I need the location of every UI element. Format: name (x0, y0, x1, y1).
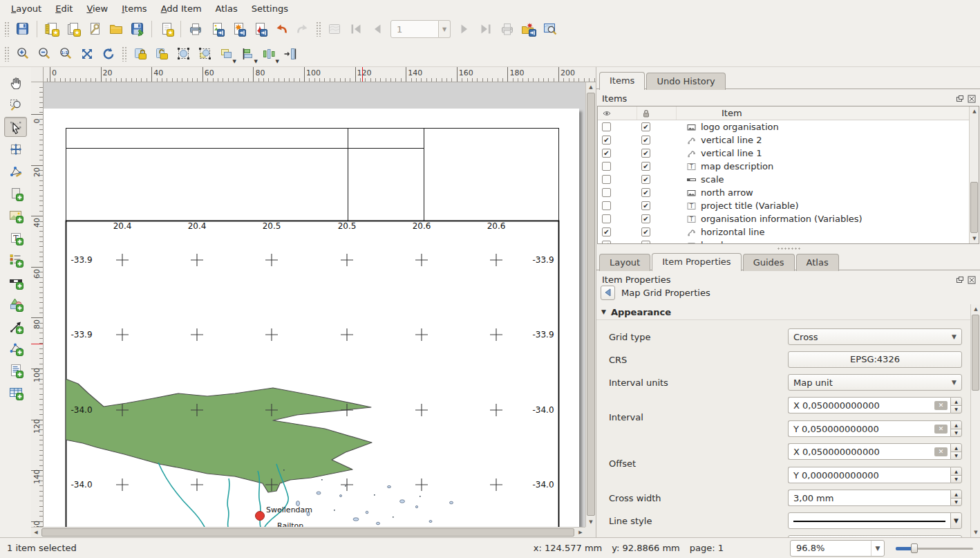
close-panel-icon[interactable] (967, 94, 977, 104)
resize-items-button[interactable] (279, 44, 301, 64)
atlas-page-spinbox[interactable]: 1 (390, 20, 439, 38)
slider-handle[interactable] (911, 543, 918, 553)
chevron-down-icon[interactable]: ▼ (439, 20, 451, 38)
add-picture-tool-button[interactable] (4, 205, 27, 225)
lock-checkbox[interactable]: ✔ (641, 175, 650, 184)
scroll-left-icon[interactable]: ◀ (31, 528, 41, 537)
offset-y-spinbox[interactable]: Y 0,000000000000 ▲▼ (788, 467, 962, 483)
visibility-checkbox[interactable] (602, 214, 611, 223)
edit-nodes-tool-button[interactable] (4, 161, 27, 181)
save-project-button[interactable] (12, 19, 33, 39)
export-svg-button[interactable] (227, 19, 249, 39)
layout-manager-button[interactable] (84, 19, 105, 39)
item-row-map-description[interactable]: ✔Tmap description (598, 160, 979, 173)
add-scalebar-tool-button[interactable] (4, 272, 27, 292)
visibility-checkbox[interactable] (602, 175, 611, 184)
item-row-north-arrow[interactable]: ✔north arrow (598, 186, 979, 199)
spin-down-icon[interactable]: ▼ (950, 429, 962, 438)
line-style-button[interactable]: ▼ (788, 512, 962, 529)
scroll-up-icon[interactable]: ▲ (971, 304, 980, 314)
tab-items[interactable]: Items (599, 72, 645, 90)
clear-value-icon[interactable]: ✕ (934, 401, 948, 410)
back-button[interactable] (601, 286, 615, 300)
interval-y-spinbox[interactable]: Y 0,050000000000✕ ▲▼ (788, 420, 962, 437)
add-pages-button[interactable]: ★ (156, 19, 177, 39)
canvas-horizontal-scrollbar[interactable]: ◀ ▶ (31, 527, 585, 537)
item-row-vertical-line-1[interactable]: ✔✔vertical line 1 (598, 147, 979, 160)
spin-down-icon[interactable]: ▼ (950, 405, 962, 414)
menu-items[interactable]: Items (115, 1, 153, 16)
visibility-checkbox[interactable] (602, 162, 611, 171)
crs-button[interactable]: EPSG:4326 (788, 351, 962, 368)
duplicate-layout-button[interactable]: ★ (62, 19, 84, 39)
tab-atlas[interactable]: Atlas (796, 254, 839, 271)
new-layout-button[interactable]: ★ (41, 19, 62, 39)
add-html-tool-button[interactable] (4, 360, 27, 380)
zoom-actual-button[interactable]: 1:1 (55, 44, 76, 64)
zoom-in-button[interactable] (12, 44, 33, 64)
lock-checkbox[interactable]: ✔ (641, 227, 650, 236)
tab-layout[interactable]: Layout (599, 254, 650, 271)
chevron-down-icon[interactable]: ▼ (950, 512, 962, 529)
lock-column-header[interactable] (637, 106, 677, 120)
vertical-scroll-thumb[interactable] (587, 93, 595, 516)
item-row-logo-organisation[interactable]: ✔logo organisation (598, 120, 979, 133)
add-page-tool-button[interactable] (4, 183, 27, 203)
add-arrow-tool-button[interactable] (4, 316, 27, 336)
zoom-out-button[interactable] (33, 44, 55, 64)
zoom-level-combobox[interactable]: 96.8% ▼ (790, 540, 885, 557)
last-feature-button[interactable] (475, 19, 496, 39)
redo-button[interactable] (292, 19, 313, 39)
spin-up-icon[interactable]: ▲ (950, 397, 962, 406)
lock-checkbox[interactable]: ✔ (641, 136, 650, 145)
close-panel-icon[interactable] (967, 275, 977, 285)
scroll-down-icon[interactable]: ▼ (971, 528, 980, 537)
menu-settings[interactable]: Settings (245, 1, 295, 16)
dock-splitter[interactable] (596, 245, 980, 251)
menu-edit[interactable]: Edit (48, 1, 79, 16)
interval-x-spinbox[interactable]: X 0,050000000000✕ ▲▼ (788, 397, 962, 413)
grid-type-combobox[interactable]: Cross ▼ (788, 328, 962, 345)
tab-guides[interactable]: Guides (743, 254, 795, 271)
export-image-button[interactable] (206, 19, 227, 39)
spin-up-icon[interactable]: ▲ (950, 467, 962, 476)
zoom-slider[interactable] (896, 542, 973, 555)
ungroup-items-button[interactable] (194, 44, 215, 64)
map-item[interactable]: 20.420.420.520.520.620.6-33.9-33.9-34.0-… (44, 109, 579, 527)
item-row-header[interactable]: ✔✔header (598, 239, 979, 244)
lock-checkbox[interactable]: ✔ (641, 122, 650, 131)
item-row-project-title-variable-[interactable]: ✔Tproject title (Variable) (598, 199, 979, 212)
appearance-section-header[interactable]: ▼ Appearance (596, 304, 980, 319)
properties-scrollbar[interactable]: ▲ ▼ (970, 304, 980, 537)
spin-down-icon[interactable]: ▼ (950, 498, 962, 507)
add-node-item-tool-button[interactable] (4, 338, 27, 358)
print-button[interactable] (185, 19, 206, 39)
lock-checkbox[interactable]: ✔ (641, 149, 650, 158)
menu-atlas[interactable]: Atlas (209, 1, 245, 16)
open-template-button[interactable] (105, 19, 126, 39)
lock-checkbox[interactable]: ✔ (641, 201, 650, 210)
layout-page[interactable]: 20.420.420.520.520.620.6-33.9-33.9-34.0-… (44, 109, 579, 527)
visibility-checkbox[interactable]: ✔ (602, 136, 611, 145)
add-legend-tool-button[interactable] (4, 250, 27, 270)
zoom-tool-button[interactable] (4, 95, 27, 115)
canvas-viewport[interactable]: 20.420.420.520.520.620.6-33.9-33.9-34.0-… (44, 82, 585, 527)
spin-down-icon[interactable]: ▼ (950, 475, 962, 484)
align-items-button[interactable]: ▼ (236, 44, 258, 64)
preview-atlas-button[interactable] (323, 19, 345, 39)
select-move-tool-button[interactable] (4, 117, 27, 137)
float-panel-icon[interactable] (955, 275, 965, 285)
add-attribute-table-tool-button[interactable] (4, 382, 27, 402)
undo-button[interactable] (270, 19, 292, 39)
tab-undo-history[interactable]: Undo History (646, 73, 725, 90)
visibility-column-header[interactable] (598, 106, 637, 120)
tree-scroll-thumb[interactable] (970, 182, 978, 233)
lock-checkbox[interactable]: ✔ (641, 241, 650, 244)
visibility-checkbox[interactable] (602, 122, 611, 131)
item-column-header[interactable]: Item (677, 106, 979, 120)
visibility-checkbox[interactable]: ✔ (602, 241, 611, 244)
clear-value-icon[interactable]: ✕ (934, 447, 948, 456)
tab-item-properties[interactable]: Item Properties (652, 253, 741, 271)
menu-layout[interactable]: Layout (4, 1, 48, 16)
visibility-checkbox[interactable]: ✔ (602, 149, 611, 158)
